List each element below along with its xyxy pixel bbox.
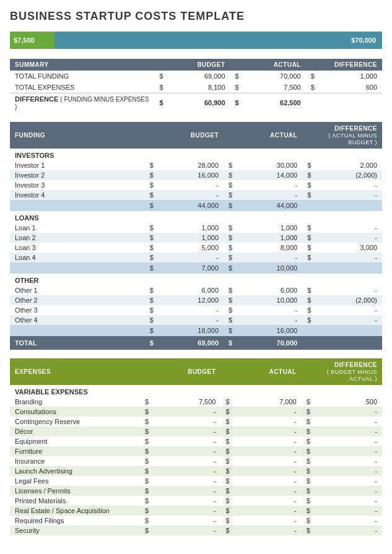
funding-row-diff-sym: $ bbox=[302, 170, 316, 180]
progress-bar-fill: $7,500 bbox=[10, 32, 54, 49]
expenses-row-budget: - bbox=[154, 476, 220, 486]
expenses-row-actual: - bbox=[235, 516, 302, 526]
summary-row-actual: 7,500 bbox=[240, 82, 306, 93]
expenses-row-diff-sym: $ bbox=[302, 426, 315, 436]
expenses-row-diff: - bbox=[315, 417, 382, 426]
funding-total-budget: 69,000 bbox=[159, 336, 224, 350]
expenses-row-label: Equipment bbox=[10, 436, 140, 446]
funding-row-budget: 6,000 bbox=[159, 285, 224, 295]
expenses-row-budget-sym: $ bbox=[140, 516, 154, 526]
funding-row-diff: - bbox=[316, 180, 382, 190]
expenses-row-budget: - bbox=[154, 496, 220, 506]
funding-row-label: Other 3 bbox=[10, 305, 145, 315]
funding-row-actual-sym: $ bbox=[224, 190, 237, 200]
summary-diff-actual-sym: $ bbox=[230, 93, 240, 113]
expenses-row-diff: - bbox=[315, 476, 382, 486]
expenses-row-actual: - bbox=[235, 426, 302, 436]
funding-row-label: Investor 2 bbox=[10, 170, 145, 180]
funding-data-row: Investor 2 $ 16,000 $ 14,000 $ (2,000) bbox=[10, 170, 382, 180]
funding-row-diff-sym: $ bbox=[302, 180, 316, 190]
funding-row-actual: 30,000 bbox=[237, 160, 302, 170]
expenses-row-budget-sym: $ bbox=[140, 506, 154, 516]
funding-data-row: Investor 3 $ - $ - $ - bbox=[10, 180, 382, 190]
funding-header-row: FUNDING BUDGET ACTUAL DIFFERENCE( ACTUAL… bbox=[10, 122, 382, 149]
funding-total-actual-sym: $ bbox=[224, 336, 237, 350]
expenses-row-label: Insurance bbox=[10, 456, 140, 466]
progress-label-left: $7,500 bbox=[14, 37, 35, 44]
funding-row-actual-sym: $ bbox=[224, 160, 237, 170]
summary-row-budget-sym: $ bbox=[154, 82, 164, 93]
funding-subtotal-label bbox=[10, 262, 145, 274]
funding-row-budget-sym: $ bbox=[145, 315, 159, 325]
expenses-table: EXPENSES BUDGET ACTUAL DIFFERENCE( BUDGE… bbox=[10, 358, 382, 535]
funding-subtotal-row: $ 18,000 $ 16,000 bbox=[10, 325, 382, 336]
funding-header-diff: DIFFERENCE( ACTUAL MINUS BUDGET ) bbox=[316, 122, 382, 149]
expenses-data-row: Branding $ 7,500 $ 7,000 $ 500 bbox=[10, 397, 382, 407]
expenses-row-diff-sym: $ bbox=[302, 397, 315, 407]
expenses-row-budget: - bbox=[154, 436, 220, 446]
expenses-row-actual: - bbox=[235, 417, 302, 426]
expenses-row-budget: - bbox=[154, 466, 220, 476]
expenses-row-budget: - bbox=[154, 506, 220, 516]
summary-header-diff: DIFFERENCE bbox=[316, 59, 382, 71]
summary-row: TOTAL FUNDING $ 69,000 $ 70,000 $ 1,000 bbox=[10, 71, 382, 82]
funding-row-actual-sym: $ bbox=[224, 180, 237, 190]
expenses-row-diff: - bbox=[315, 407, 382, 417]
expenses-header-actual: ACTUAL bbox=[235, 358, 302, 385]
funding-row-budget-sym: $ bbox=[145, 160, 159, 170]
summary-header-budget: BUDGET bbox=[165, 59, 230, 71]
funding-subtotal-diff-sym bbox=[302, 200, 316, 211]
expenses-row-budget-sym: $ bbox=[140, 476, 154, 486]
expenses-row-budget-sym: $ bbox=[140, 407, 154, 417]
expenses-row-label: Furniture bbox=[10, 446, 140, 456]
funding-row-budget-sym: $ bbox=[145, 223, 159, 233]
funding-subtotal-diff bbox=[316, 325, 382, 336]
funding-data-row: Loan 2 $ 1,000 $ 1,000 $ - bbox=[10, 233, 382, 243]
funding-row-diff-sym: $ bbox=[302, 295, 316, 305]
funding-total-diff bbox=[316, 336, 382, 350]
funding-data-row: Loan 4 $ - $ - $ - bbox=[10, 253, 382, 262]
expenses-header-label: EXPENSES bbox=[10, 358, 140, 385]
funding-subtotal-label bbox=[10, 200, 145, 211]
expenses-row-label: Consultations bbox=[10, 407, 140, 417]
funding-subtotal-actual-sym: $ bbox=[224, 262, 237, 274]
funding-total-budget-sym: $ bbox=[145, 336, 159, 350]
expenses-row-diff-sym: $ bbox=[302, 446, 315, 456]
funding-row-actual: - bbox=[237, 305, 302, 315]
summary-row-diff: 1,000 bbox=[316, 71, 382, 82]
funding-data-row: Other 2 $ 12,000 $ 10,000 $ (2,000) bbox=[10, 295, 382, 305]
expenses-row-diff: - bbox=[315, 486, 382, 496]
expenses-row-budget: - bbox=[154, 486, 220, 496]
expenses-header-budget: BUDGET bbox=[154, 358, 220, 385]
expenses-data-row: Launch Advertising $ - $ - $ - bbox=[10, 466, 382, 476]
funding-row-budget: 28,000 bbox=[159, 160, 224, 170]
funding-row-diff: 3,000 bbox=[316, 243, 382, 253]
funding-row-actual-sym: $ bbox=[224, 285, 237, 295]
expenses-row-budget-sym: $ bbox=[140, 456, 154, 466]
summary-row-budget: 69,000 bbox=[165, 71, 230, 82]
funding-subtotal-label bbox=[10, 325, 145, 336]
funding-row-actual-sym: $ bbox=[224, 253, 237, 262]
funding-subtotal-diff-sym bbox=[302, 262, 316, 274]
funding-subtotal-actual: 16,000 bbox=[237, 325, 302, 336]
funding-data-row: Other 1 $ 6,000 $ 6,000 $ - bbox=[10, 285, 382, 295]
expenses-data-row: Insurance $ - $ - $ - bbox=[10, 456, 382, 466]
expenses-row-diff-sym: $ bbox=[302, 407, 315, 417]
summary-diff-row: DIFFERENCE ( FUNDING MINUS EXPENSES ) $ … bbox=[10, 93, 382, 113]
expenses-row-budget-sym: $ bbox=[140, 486, 154, 496]
expenses-row-diff-sym: $ bbox=[302, 496, 315, 506]
funding-row-budget: - bbox=[159, 305, 224, 315]
expenses-row-diff: - bbox=[315, 466, 382, 476]
expenses-row-diff-sym: $ bbox=[302, 476, 315, 486]
funding-data-row: Loan 3 $ 5,000 $ 8,000 $ 3,000 bbox=[10, 243, 382, 253]
expenses-row-actual-sym: $ bbox=[220, 486, 234, 496]
funding-data-row: Loan 1 $ 1,000 $ 1,000 $ - bbox=[10, 223, 382, 233]
funding-row-label: Loan 3 bbox=[10, 243, 145, 253]
funding-row-diff-sym: $ bbox=[302, 253, 316, 262]
summary-row-actual: 70,000 bbox=[240, 71, 306, 82]
funding-row-budget-sym: $ bbox=[145, 253, 159, 262]
expenses-row-diff-sym: $ bbox=[302, 436, 315, 446]
expenses-header-row: EXPENSES BUDGET ACTUAL DIFFERENCE( BUDGE… bbox=[10, 358, 382, 385]
expenses-row-diff-sym: $ bbox=[302, 456, 315, 466]
funding-row-diff-sym: $ bbox=[302, 233, 316, 243]
